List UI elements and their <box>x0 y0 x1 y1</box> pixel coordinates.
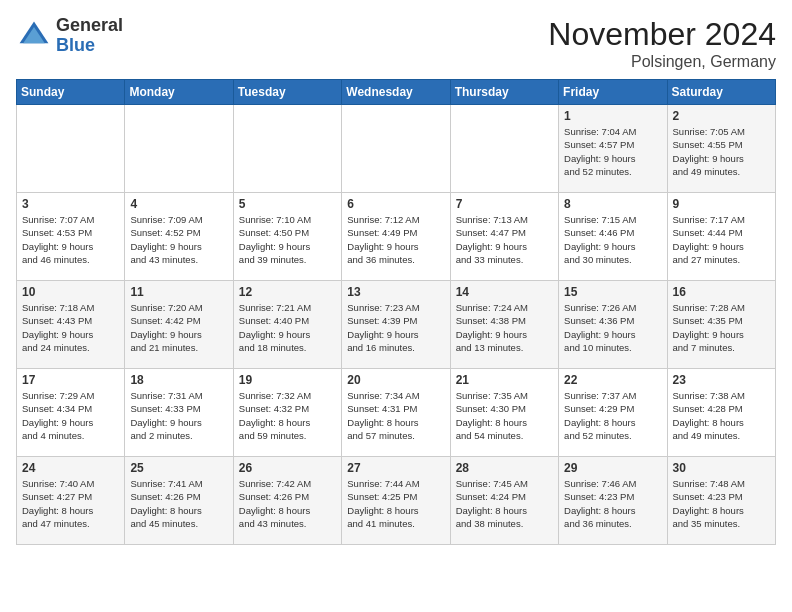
calendar-cell: 4Sunrise: 7:09 AM Sunset: 4:52 PM Daylig… <box>125 193 233 281</box>
calendar-cell: 14Sunrise: 7:24 AM Sunset: 4:38 PM Dayli… <box>450 281 558 369</box>
day-info: Sunrise: 7:42 AM Sunset: 4:26 PM Dayligh… <box>239 477 336 530</box>
calendar-cell <box>17 105 125 193</box>
calendar-cell: 13Sunrise: 7:23 AM Sunset: 4:39 PM Dayli… <box>342 281 450 369</box>
day-info: Sunrise: 7:32 AM Sunset: 4:32 PM Dayligh… <box>239 389 336 442</box>
calendar-cell: 6Sunrise: 7:12 AM Sunset: 4:49 PM Daylig… <box>342 193 450 281</box>
calendar-cell: 30Sunrise: 7:48 AM Sunset: 4:23 PM Dayli… <box>667 457 775 545</box>
day-info: Sunrise: 7:12 AM Sunset: 4:49 PM Dayligh… <box>347 213 444 266</box>
day-number: 21 <box>456 373 553 387</box>
day-number: 8 <box>564 197 661 211</box>
day-number: 11 <box>130 285 227 299</box>
day-number: 19 <box>239 373 336 387</box>
day-info: Sunrise: 7:48 AM Sunset: 4:23 PM Dayligh… <box>673 477 770 530</box>
day-info: Sunrise: 7:37 AM Sunset: 4:29 PM Dayligh… <box>564 389 661 442</box>
day-number: 16 <box>673 285 770 299</box>
day-info: Sunrise: 7:45 AM Sunset: 4:24 PM Dayligh… <box>456 477 553 530</box>
day-info: Sunrise: 7:13 AM Sunset: 4:47 PM Dayligh… <box>456 213 553 266</box>
logo-general-text: General <box>56 16 123 36</box>
day-number: 18 <box>130 373 227 387</box>
weekday-header-tuesday: Tuesday <box>233 80 341 105</box>
day-number: 3 <box>22 197 119 211</box>
calendar-week-row: 17Sunrise: 7:29 AM Sunset: 4:34 PM Dayli… <box>17 369 776 457</box>
day-info: Sunrise: 7:20 AM Sunset: 4:42 PM Dayligh… <box>130 301 227 354</box>
day-info: Sunrise: 7:18 AM Sunset: 4:43 PM Dayligh… <box>22 301 119 354</box>
calendar-cell: 5Sunrise: 7:10 AM Sunset: 4:50 PM Daylig… <box>233 193 341 281</box>
calendar-cell: 17Sunrise: 7:29 AM Sunset: 4:34 PM Dayli… <box>17 369 125 457</box>
calendar-cell: 16Sunrise: 7:28 AM Sunset: 4:35 PM Dayli… <box>667 281 775 369</box>
weekday-header-monday: Monday <box>125 80 233 105</box>
weekday-header-wednesday: Wednesday <box>342 80 450 105</box>
calendar-cell: 10Sunrise: 7:18 AM Sunset: 4:43 PM Dayli… <box>17 281 125 369</box>
calendar-cell <box>233 105 341 193</box>
calendar-week-row: 1Sunrise: 7:04 AM Sunset: 4:57 PM Daylig… <box>17 105 776 193</box>
day-info: Sunrise: 7:41 AM Sunset: 4:26 PM Dayligh… <box>130 477 227 530</box>
calendar-cell: 3Sunrise: 7:07 AM Sunset: 4:53 PM Daylig… <box>17 193 125 281</box>
calendar-cell: 24Sunrise: 7:40 AM Sunset: 4:27 PM Dayli… <box>17 457 125 545</box>
calendar-cell: 21Sunrise: 7:35 AM Sunset: 4:30 PM Dayli… <box>450 369 558 457</box>
page-header: General Blue November 2024 Polsingen, Ge… <box>16 16 776 71</box>
day-number: 6 <box>347 197 444 211</box>
calendar-cell <box>342 105 450 193</box>
day-info: Sunrise: 7:24 AM Sunset: 4:38 PM Dayligh… <box>456 301 553 354</box>
day-info: Sunrise: 7:46 AM Sunset: 4:23 PM Dayligh… <box>564 477 661 530</box>
day-info: Sunrise: 7:09 AM Sunset: 4:52 PM Dayligh… <box>130 213 227 266</box>
day-info: Sunrise: 7:23 AM Sunset: 4:39 PM Dayligh… <box>347 301 444 354</box>
calendar-cell: 2Sunrise: 7:05 AM Sunset: 4:55 PM Daylig… <box>667 105 775 193</box>
day-number: 27 <box>347 461 444 475</box>
day-info: Sunrise: 7:38 AM Sunset: 4:28 PM Dayligh… <box>673 389 770 442</box>
calendar-cell: 28Sunrise: 7:45 AM Sunset: 4:24 PM Dayli… <box>450 457 558 545</box>
day-number: 12 <box>239 285 336 299</box>
day-number: 4 <box>130 197 227 211</box>
calendar-week-row: 24Sunrise: 7:40 AM Sunset: 4:27 PM Dayli… <box>17 457 776 545</box>
day-number: 29 <box>564 461 661 475</box>
day-info: Sunrise: 7:07 AM Sunset: 4:53 PM Dayligh… <box>22 213 119 266</box>
day-number: 14 <box>456 285 553 299</box>
day-number: 30 <box>673 461 770 475</box>
calendar-cell: 8Sunrise: 7:15 AM Sunset: 4:46 PM Daylig… <box>559 193 667 281</box>
day-number: 13 <box>347 285 444 299</box>
logo: General Blue <box>16 16 123 56</box>
day-number: 2 <box>673 109 770 123</box>
calendar-cell: 22Sunrise: 7:37 AM Sunset: 4:29 PM Dayli… <box>559 369 667 457</box>
day-number: 25 <box>130 461 227 475</box>
calendar-cell <box>125 105 233 193</box>
day-number: 26 <box>239 461 336 475</box>
day-number: 10 <box>22 285 119 299</box>
calendar-cell: 25Sunrise: 7:41 AM Sunset: 4:26 PM Dayli… <box>125 457 233 545</box>
calendar-cell: 7Sunrise: 7:13 AM Sunset: 4:47 PM Daylig… <box>450 193 558 281</box>
calendar-cell: 20Sunrise: 7:34 AM Sunset: 4:31 PM Dayli… <box>342 369 450 457</box>
logo-icon <box>16 18 52 54</box>
day-number: 7 <box>456 197 553 211</box>
calendar-cell: 19Sunrise: 7:32 AM Sunset: 4:32 PM Dayli… <box>233 369 341 457</box>
day-info: Sunrise: 7:04 AM Sunset: 4:57 PM Dayligh… <box>564 125 661 178</box>
day-info: Sunrise: 7:17 AM Sunset: 4:44 PM Dayligh… <box>673 213 770 266</box>
day-number: 9 <box>673 197 770 211</box>
day-info: Sunrise: 7:05 AM Sunset: 4:55 PM Dayligh… <box>673 125 770 178</box>
calendar-week-row: 3Sunrise: 7:07 AM Sunset: 4:53 PM Daylig… <box>17 193 776 281</box>
day-info: Sunrise: 7:34 AM Sunset: 4:31 PM Dayligh… <box>347 389 444 442</box>
day-info: Sunrise: 7:31 AM Sunset: 4:33 PM Dayligh… <box>130 389 227 442</box>
weekday-header-row: SundayMondayTuesdayWednesdayThursdayFrid… <box>17 80 776 105</box>
day-number: 17 <box>22 373 119 387</box>
calendar-cell: 29Sunrise: 7:46 AM Sunset: 4:23 PM Dayli… <box>559 457 667 545</box>
day-number: 1 <box>564 109 661 123</box>
title-block: November 2024 Polsingen, Germany <box>548 16 776 71</box>
month-title: November 2024 <box>548 16 776 53</box>
day-number: 23 <box>673 373 770 387</box>
day-number: 22 <box>564 373 661 387</box>
calendar-cell: 11Sunrise: 7:20 AM Sunset: 4:42 PM Dayli… <box>125 281 233 369</box>
day-info: Sunrise: 7:35 AM Sunset: 4:30 PM Dayligh… <box>456 389 553 442</box>
weekday-header-saturday: Saturday <box>667 80 775 105</box>
calendar-cell: 23Sunrise: 7:38 AM Sunset: 4:28 PM Dayli… <box>667 369 775 457</box>
day-info: Sunrise: 7:26 AM Sunset: 4:36 PM Dayligh… <box>564 301 661 354</box>
calendar-table: SundayMondayTuesdayWednesdayThursdayFrid… <box>16 79 776 545</box>
calendar-week-row: 10Sunrise: 7:18 AM Sunset: 4:43 PM Dayli… <box>17 281 776 369</box>
day-info: Sunrise: 7:40 AM Sunset: 4:27 PM Dayligh… <box>22 477 119 530</box>
day-number: 15 <box>564 285 661 299</box>
calendar-cell <box>450 105 558 193</box>
logo-blue-text: Blue <box>56 36 123 56</box>
calendar-cell: 26Sunrise: 7:42 AM Sunset: 4:26 PM Dayli… <box>233 457 341 545</box>
weekday-header-sunday: Sunday <box>17 80 125 105</box>
calendar-cell: 27Sunrise: 7:44 AM Sunset: 4:25 PM Dayli… <box>342 457 450 545</box>
calendar-cell: 15Sunrise: 7:26 AM Sunset: 4:36 PM Dayli… <box>559 281 667 369</box>
